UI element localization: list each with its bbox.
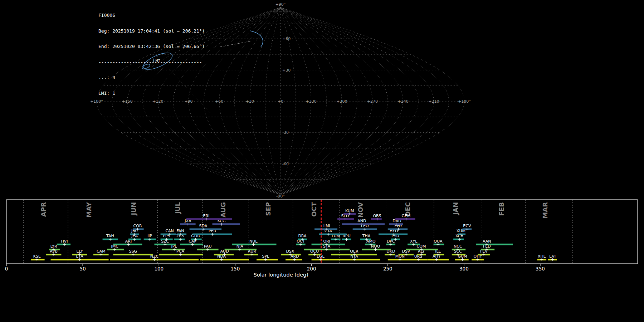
shower-bar-FAN (177, 234, 187, 235)
shower-bars: KSEETANZCNDASPEARDEGENTAMONURSAHYGUMOHYX… (31, 209, 557, 261)
x-tick-label: 200 (307, 266, 316, 272)
x-tick-label: 150 (231, 266, 240, 272)
lon-label: +180° (458, 99, 471, 104)
meteor-observation-summary: +180°+150+120+90+60+30+0+330+300+270+240… (0, 0, 644, 322)
shower-label-ELY: ELY (76, 249, 83, 254)
info-block: FI0006 Beg: 20251019 17:04:41 (sol = 206… (98, 3, 205, 106)
shower-label-GEM: GEM (401, 214, 410, 218)
month-label: APR (40, 202, 47, 217)
x-tick-label: 350 (536, 266, 545, 272)
shower-label-XYL: XYL (410, 239, 418, 244)
month-label: MAR (541, 202, 549, 219)
shower-label-QUA: QUA (434, 239, 443, 244)
shower-label-KSE: KSE (33, 254, 41, 259)
month-label: NOV (357, 202, 364, 218)
shower-bar-AAN (476, 244, 513, 245)
x-axis-title: Solar longitude (deg) (254, 272, 308, 278)
shower-label-DRA: DRA (298, 234, 307, 238)
shower-bar-ERI (186, 218, 232, 220)
shower-bar-CTA (319, 234, 347, 235)
observation-begin: Beg: 20251019 17:04:41 (sol = 206.21°) (98, 29, 205, 34)
shower-label-HVI: HVI (61, 239, 68, 244)
shower-label-ECV: ECV (463, 224, 471, 228)
lat-label: +90° (275, 2, 286, 7)
shower-bar-SDA (190, 228, 222, 230)
month-labels: APRMAYJUNJULAUGSEPOCTNOVDECJANFEBMAR (40, 202, 549, 219)
x-tick-label: 300 (459, 266, 469, 272)
trail-extension-line (220, 41, 251, 47)
month-label: MAY (85, 202, 93, 218)
month-label: OCT (310, 202, 318, 217)
lat-label: +60 (282, 36, 291, 41)
x-tick-labels: 050100150200250300350 (5, 266, 545, 272)
lon-label: +330 (306, 99, 317, 104)
month-label: JUL (174, 202, 181, 215)
shower-label-EVI: EVI (549, 254, 556, 259)
lon-label: +240 (398, 99, 409, 104)
shower-label-IIP: IIP (147, 234, 152, 238)
shower-label-LYR: LYR (50, 244, 57, 249)
shower-label-FAN: FAN (176, 229, 184, 233)
shower-label-KUM: KUM (345, 209, 354, 213)
shower-label-LMI: LMI (323, 224, 330, 228)
lon-label: +210 (428, 99, 439, 104)
station-id: FI0006 (98, 13, 205, 18)
shower-bar-KCG (213, 223, 240, 225)
x-tick-label: 50 (80, 266, 86, 272)
shower-label-AND: AND (357, 219, 366, 223)
meridian-line (280, 8, 372, 195)
meridian-line (280, 8, 327, 195)
shower-label-OER: OER (350, 249, 358, 254)
lon-label: +60 (215, 99, 223, 104)
shower-bar-ORI (312, 244, 345, 245)
shower-label-PAU: PAU (204, 244, 212, 249)
x-tick-label: 250 (383, 266, 392, 272)
shower-label-CAM: CAM (97, 249, 106, 254)
lon-label: +270 (367, 99, 378, 104)
x-tick-label: 0 (5, 266, 8, 272)
shower-label-NUE: NUE (249, 239, 258, 244)
sky-map: +180°+150+120+90+60+30+0+330+300+270+240… (0, 0, 644, 199)
shower-bar-NDA (200, 259, 249, 260)
shower-bar-AND (342, 223, 385, 225)
month-label: JAN (452, 202, 459, 216)
shower-label-ORI: ORI (323, 239, 330, 244)
shower-label-THA: THA (362, 234, 371, 238)
shower-label-SPE: SPE (262, 254, 269, 259)
lat-label: -60 (282, 162, 289, 166)
x-tick-label: 100 (154, 266, 164, 272)
lon-label: +300 (336, 99, 347, 104)
month-label: JUN (130, 202, 137, 216)
shower-label-SDA: SDA (199, 224, 208, 228)
shower-bar-SPE (257, 259, 278, 260)
shower-label-SSG: SSG (129, 249, 137, 254)
shower-label-NCC: NCC (454, 244, 462, 249)
shower-label-COR: COR (133, 224, 142, 228)
shower-label-OBS: OBS (373, 214, 381, 218)
month-label: SEP (264, 202, 272, 216)
lon-label: +30 (246, 99, 254, 104)
month-label: FEB (498, 202, 505, 216)
shower-label-CAN: CAN (165, 229, 174, 233)
shower-bar-URS (412, 259, 428, 260)
shower-label-DSX: DSX (286, 249, 294, 254)
sporadic-count: ...: 4 (98, 75, 205, 80)
lat-label: -30 (282, 130, 289, 135)
info-divider: ------------------------------------- (98, 60, 205, 65)
lat-label: -90° (276, 194, 284, 199)
observation-end: End: 20251020 03:42:36 (sol = 206.65°) (98, 44, 205, 49)
shower-label-XHE: XHE (538, 254, 546, 259)
lon-label: +0 (278, 99, 283, 104)
lat-label: +30 (282, 68, 291, 73)
shower-bar-AHY (428, 259, 449, 260)
shower-count-lmi: LMI: 1 (98, 91, 205, 96)
shower-activity-chart: APRMAYJUNJULAUGSEPOCTNOVDECJANFEBMARKSEE… (0, 199, 644, 322)
shower-bar-CAN (161, 234, 176, 235)
shower-label-ERI: ERI (203, 214, 210, 218)
shower-label-TAH: TAH (106, 234, 114, 238)
month-label: AUG (219, 202, 227, 218)
shower-label-AAN: AAN (483, 239, 491, 244)
